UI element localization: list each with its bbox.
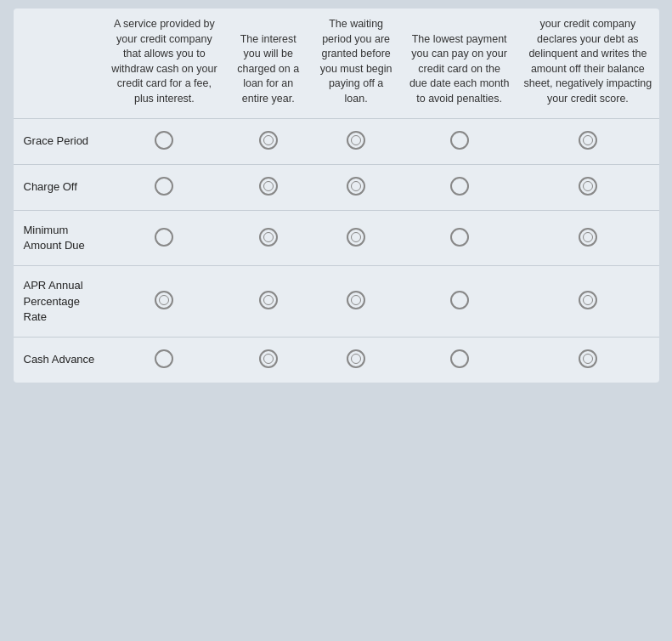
radio-button[interactable] [347, 291, 365, 309]
radio-cell-r2-c4[interactable] [517, 211, 658, 266]
radio-button[interactable] [450, 291, 469, 309]
radio-button[interactable] [259, 349, 278, 368]
radio-button[interactable] [450, 131, 469, 150]
column-header-col-grace-period: The waiting period you are granted befor… [310, 9, 402, 119]
radio-button[interactable] [155, 131, 173, 150]
radio-button[interactable] [347, 131, 365, 150]
radio-cell-r4-c4[interactable] [517, 337, 658, 383]
radio-cell-r1-c4[interactable] [517, 165, 658, 211]
column-header-col-charge-off: your credit company declares your debt a… [517, 9, 658, 119]
row-label-3: APR Annual Percentage Rate [14, 266, 103, 338]
radio-cell-r2-c1[interactable] [226, 211, 310, 266]
row-label-text: Cash Advance [24, 353, 95, 366]
radio-button[interactable] [579, 349, 597, 368]
radio-button[interactable] [259, 228, 278, 247]
row-label-text: APR Annual Percentage Rate [24, 279, 83, 322]
radio-button[interactable] [450, 177, 469, 196]
radio-button[interactable] [579, 228, 597, 247]
radio-button[interactable] [155, 228, 173, 247]
column-header-row-label [14, 9, 103, 119]
radio-button[interactable] [450, 349, 469, 368]
radio-cell-r0-c0[interactable] [103, 119, 227, 165]
table-row: Charge Off [14, 165, 659, 211]
matching-table: A service provided by your credit compan… [14, 9, 659, 383]
radio-button[interactable] [347, 349, 365, 368]
main-table-wrapper: A service provided by your credit compan… [14, 9, 659, 383]
radio-button[interactable] [450, 228, 469, 247]
row-label-text: Minimum Amount Due [24, 224, 85, 252]
radio-cell-r1-c2[interactable] [310, 165, 402, 211]
radio-cell-r4-c2[interactable] [310, 337, 402, 383]
radio-button[interactable] [579, 291, 597, 309]
radio-cell-r4-c3[interactable] [402, 337, 517, 383]
row-label-1: Charge Off [14, 165, 103, 211]
column-header-col-cash-advance: A service provided by your credit compan… [103, 9, 227, 119]
radio-button[interactable] [579, 177, 597, 196]
radio-cell-r0-c1[interactable] [226, 119, 310, 165]
radio-cell-r1-c1[interactable] [226, 165, 310, 211]
row-label-4: Cash Advance [14, 337, 103, 383]
row-label-0: Grace Period [14, 119, 103, 165]
radio-button[interactable] [347, 177, 365, 196]
radio-cell-r0-c2[interactable] [310, 119, 402, 165]
radio-button[interactable] [259, 177, 278, 196]
radio-cell-r4-c1[interactable] [226, 337, 310, 383]
radio-cell-r3-c0[interactable] [103, 266, 227, 338]
column-header-col-apr: The interest you will be charged on a lo… [226, 9, 310, 119]
row-label-2: Minimum Amount Due [14, 211, 103, 266]
radio-cell-r0-c3[interactable] [402, 119, 517, 165]
table-row: Grace Period [14, 119, 659, 165]
radio-cell-r3-c3[interactable] [402, 266, 517, 338]
radio-cell-r0-c4[interactable] [517, 119, 658, 165]
radio-button[interactable] [259, 131, 278, 150]
radio-cell-r1-c0[interactable] [103, 165, 227, 211]
radio-cell-r1-c3[interactable] [402, 165, 517, 211]
radio-button[interactable] [155, 349, 173, 368]
table-row: Cash Advance [14, 337, 659, 383]
radio-button[interactable] [155, 291, 173, 309]
table-row: Minimum Amount Due [14, 211, 659, 266]
row-label-text: Charge Off [24, 180, 77, 193]
radio-cell-r3-c4[interactable] [517, 266, 658, 338]
row-label-text: Grace Period [24, 134, 89, 147]
radio-cell-r2-c2[interactable] [310, 211, 402, 266]
radio-cell-r2-c0[interactable] [103, 211, 227, 266]
radio-button[interactable] [259, 291, 278, 309]
radio-cell-r3-c2[interactable] [310, 266, 402, 338]
radio-cell-r2-c3[interactable] [402, 211, 517, 266]
column-header-col-minimum: The lowest payment you can pay on your c… [402, 9, 517, 119]
radio-button[interactable] [155, 177, 173, 196]
radio-cell-r3-c1[interactable] [226, 266, 310, 338]
radio-button[interactable] [579, 131, 597, 150]
radio-button[interactable] [347, 228, 365, 247]
table-row: APR Annual Percentage Rate [14, 266, 659, 338]
radio-cell-r4-c0[interactable] [103, 337, 227, 383]
